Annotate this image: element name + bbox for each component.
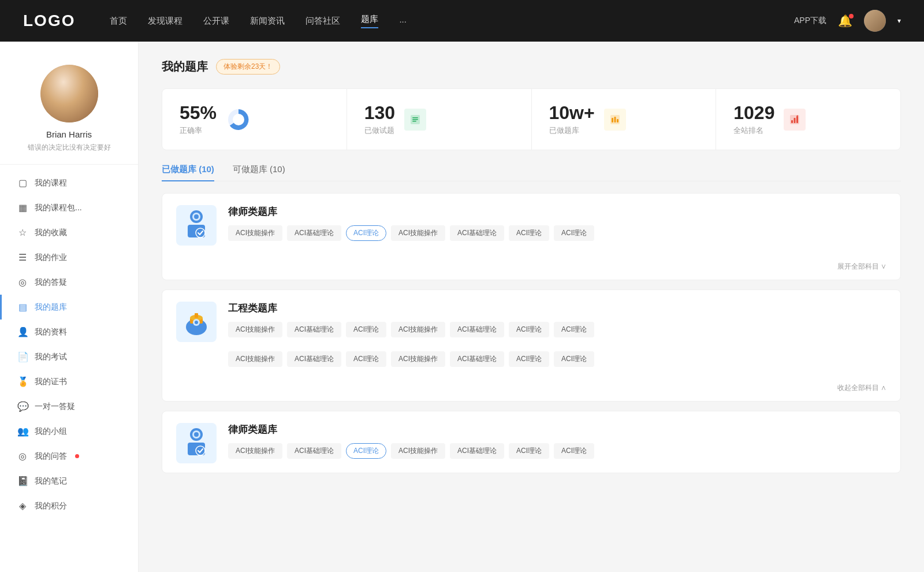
sidebar-item-label: 我的课程包... <box>35 203 82 213</box>
qa-icon: ◎ <box>17 277 28 288</box>
stat-banks-value: 10w+ <box>549 103 595 123</box>
qa-notification-dot <box>75 454 79 458</box>
tag-item[interactable]: ACI理论 <box>509 225 549 241</box>
stat-accuracy: 55% 正确率 <box>162 89 347 150</box>
nav-home[interactable]: 首页 <box>110 16 127 27</box>
qbank-icon: ▤ <box>17 302 28 313</box>
avatar-image <box>864 10 886 32</box>
tag-item-active[interactable]: ACI理论 <box>346 443 386 459</box>
sidebar-item-homework[interactable]: ☰ 我的作业 <box>0 245 138 270</box>
tag-item[interactable]: ACI理论 <box>346 322 386 337</box>
sidebar-item-label: 我的作业 <box>35 252 67 263</box>
tag-item[interactable]: ACI理论 <box>554 443 594 459</box>
nav-menu: 首页 发现课程 公开课 新闻资讯 问答社区 题库 ··· <box>110 14 794 28</box>
sidebar-item-certificate[interactable]: 🏅 我的证书 <box>0 369 138 394</box>
expand-button[interactable]: 展开全部科目 ∨ <box>837 262 886 270</box>
sidebar-item-my-courses[interactable]: ▢ 我的课程 <box>0 170 138 195</box>
qbank-card-2-header: 工程类题库 ACI技能操作 ACI基础理论 ACI理论 ACI技能操作 ACI基… <box>162 290 900 351</box>
stat-questions: 130 已做试题 <box>347 89 532 150</box>
tag-item[interactable]: ACI基础理论 <box>450 322 504 337</box>
myqa-icon: ◎ <box>17 451 28 462</box>
nav-news[interactable]: 新闻资讯 <box>250 16 285 27</box>
certificate-icon: 🏅 <box>17 376 28 387</box>
tag-item[interactable]: ACI技能操作 <box>228 225 282 241</box>
svg-point-18 <box>196 228 205 237</box>
qbank-card-1-title: 律师类题库 <box>228 205 886 218</box>
page-body: Brian Harris 错误的决定比没有决定要好 ▢ 我的课程 ▦ 我的课程包… <box>0 42 924 572</box>
tag-item[interactable]: ACI理论 <box>554 225 594 241</box>
sidebar-item-favorites[interactable]: ☆ 我的收藏 <box>0 220 138 245</box>
sidebar-motto: 错误的决定比没有决定要好 <box>28 143 111 153</box>
sidebar-item-label: 一对一答疑 <box>35 402 75 412</box>
sidebar-item-exam[interactable]: 📄 我的考试 <box>0 344 138 369</box>
nav-more[interactable]: ··· <box>399 16 407 26</box>
tag-item[interactable]: ACI技能操作 <box>228 351 282 367</box>
tag-item[interactable]: ACI技能操作 <box>391 225 445 241</box>
tag-item[interactable]: ACI基础理论 <box>287 351 341 367</box>
avatar[interactable] <box>864 10 886 32</box>
avatar-caret[interactable]: ▾ <box>897 17 901 25</box>
app-download-link[interactable]: APP下载 <box>794 16 826 26</box>
svg-rect-8 <box>614 117 616 122</box>
svg-rect-22 <box>195 313 198 318</box>
profile-icon: 👤 <box>17 326 28 337</box>
sidebar-item-profile[interactable]: 👤 我的资料 <box>0 320 138 344</box>
sidebar-item-1on1[interactable]: 💬 一对一答疑 <box>0 394 138 419</box>
exam-icon: 📄 <box>17 351 28 362</box>
qbank-card-3: 律师类题库 ACI技能操作 ACI基础理论 ACI理论 ACI技能操作 ACI基… <box>162 411 901 473</box>
navbar-right: APP下载 🔔 ▾ <box>794 10 901 32</box>
tag-item[interactable]: ACI基础理论 <box>450 351 504 367</box>
lawyer-icon-3 <box>182 426 211 460</box>
pie-chart-icon <box>226 107 251 132</box>
rank-icon <box>784 109 806 131</box>
stat-rank-value: 1029 <box>733 103 774 123</box>
tag-item[interactable]: ACI基础理论 <box>287 443 341 459</box>
sidebar-item-qbank[interactable]: ▤ 我的题库 <box>0 295 138 320</box>
tag-item-active[interactable]: ACI理论 <box>346 225 386 241</box>
notification-bell[interactable]: 🔔 <box>838 14 852 28</box>
tag-item[interactable]: ACI理论 <box>554 351 594 367</box>
tab-available-banks[interactable]: 可做题库 (10) <box>233 164 285 181</box>
qbank-card-1-header: 律师类题库 ACI技能操作 ACI基础理论 ACI理论 ACI技能操作 ACI基… <box>162 194 900 255</box>
qbank-card-2-tags-row1: ACI技能操作 ACI基础理论 ACI理论 ACI技能操作 ACI基础理论 AC… <box>228 322 886 337</box>
list-icon <box>404 109 426 131</box>
tag-item[interactable]: ACI基础理论 <box>450 225 504 241</box>
sidebar-item-notes[interactable]: 📓 我的笔记 <box>0 469 138 493</box>
star-icon: ☆ <box>17 227 28 238</box>
tag-item[interactable]: ACI理论 <box>509 322 549 337</box>
sidebar-item-group[interactable]: 👥 我的小组 <box>0 419 138 444</box>
tag-item[interactable]: ACI技能操作 <box>391 443 445 459</box>
tag-item[interactable]: ACI技能操作 <box>228 322 282 337</box>
nav-courses[interactable]: 发现课程 <box>148 16 182 27</box>
tag-item[interactable]: ACI理论 <box>509 443 549 459</box>
nav-qa[interactable]: 问答社区 <box>305 16 340 27</box>
tag-item[interactable]: ACI基础理论 <box>287 322 341 337</box>
tag-item[interactable]: ACI基础理论 <box>287 225 341 241</box>
tab-done-banks[interactable]: 已做题库 (10) <box>162 164 214 181</box>
sidebar-item-qa[interactable]: ◎ 我的答疑 <box>0 270 138 295</box>
stat-accuracy-text: 55% 正确率 <box>180 103 217 136</box>
course-icon: ▢ <box>17 177 28 188</box>
tag-item[interactable]: ACI理论 <box>554 322 594 337</box>
sidebar-item-my-qa[interactable]: ◎ 我的问答 <box>0 444 138 469</box>
stat-banks-text: 10w+ 已做题库 <box>549 103 595 136</box>
tag-item[interactable]: ACI理论 <box>346 351 386 367</box>
sidebar-username: Brian Harris <box>46 129 92 139</box>
nav-qbank[interactable]: 题库 <box>361 14 378 28</box>
stat-rank: 1029 全站排名 <box>716 89 900 150</box>
stat-rank-text: 1029 全站排名 <box>733 103 774 136</box>
tag-item[interactable]: ACI技能操作 <box>391 322 445 337</box>
sidebar: Brian Harris 错误的决定比没有决定要好 ▢ 我的课程 ▦ 我的课程包… <box>0 42 139 572</box>
svg-rect-4 <box>412 119 418 120</box>
tag-item[interactable]: ACI技能操作 <box>391 351 445 367</box>
tag-item[interactable]: ACI技能操作 <box>228 443 282 459</box>
collapse-button[interactable]: 收起全部科目 ∧ <box>837 384 886 392</box>
sidebar-item-label: 我的课程 <box>35 178 67 188</box>
nav-open-course[interactable]: 公开课 <box>203 16 229 27</box>
qbank-card-2-title: 工程类题库 <box>228 302 886 315</box>
sidebar-item-label: 我的笔记 <box>35 476 67 486</box>
sidebar-item-course-packages[interactable]: ▦ 我的课程包... <box>0 195 138 220</box>
tag-item[interactable]: ACI基础理论 <box>450 443 504 459</box>
sidebar-item-points[interactable]: ◈ 我的积分 <box>0 493 138 518</box>
tag-item[interactable]: ACI理论 <box>509 351 549 367</box>
